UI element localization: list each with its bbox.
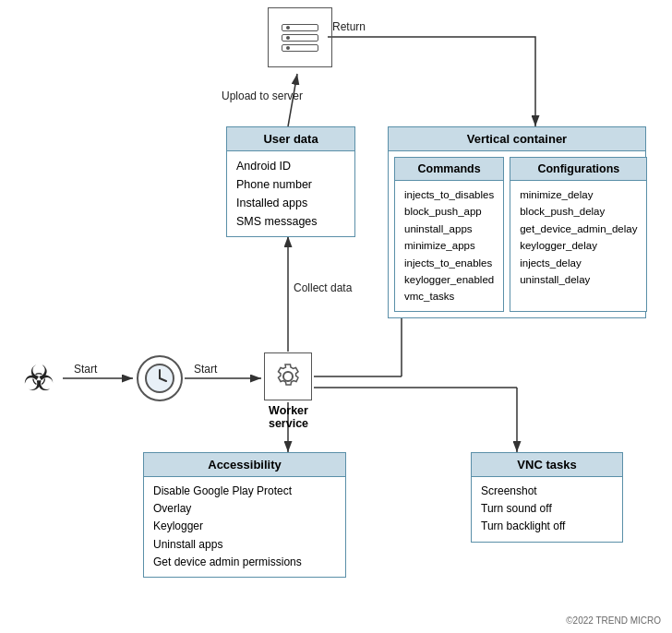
list-item: block_push_app [404,203,494,220]
list-item: Get device admin permissions [153,554,336,571]
list-item: keylogger_delay [520,237,637,254]
list-item: injects_delay [520,255,637,271]
upload-label: Upload to server [222,90,303,102]
list-item: SMS messages [236,212,345,231]
vertical-container-header: Vertical container [389,127,645,151]
commands-box: Commands injects_to_disables block_push_… [394,157,504,312]
list-item: block_push_delay [520,203,637,220]
collect-label: Collect data [294,281,352,294]
user-data-box: User data Android ID Phone number Instal… [226,126,355,237]
configurations-box: Configurations minimize_delay block_push… [510,157,647,312]
user-data-header: User data [227,127,354,151]
commands-content: injects_to_disables block_push_app unins… [395,181,503,311]
return-label: Return [332,20,366,33]
list-item: keylogger_enabled [404,271,494,288]
server-box [268,7,332,67]
accessibility-box: Accessibility Disable Google Play Protec… [143,452,346,578]
vnc-tasks-content: Screenshot Turn sound off Turn backlight… [472,477,622,542]
worker-service-gear [264,352,312,400]
configurations-content: minimize_delay block_push_delay get_devi… [510,181,646,293]
list-item: Keylogger [153,518,336,535]
list-item: uninstall_delay [520,271,637,288]
list-item: get_device_admin_delay [520,221,637,237]
list-item: Screenshot [481,483,613,500]
list-item: Uninstall apps [153,536,336,554]
worker-service-label: Worker service [249,404,328,430]
copyright-text: ©2022 TREND MICRO [566,615,661,626]
list-item: injects_to_disables [404,186,494,203]
start2-label: Start [194,363,217,376]
list-item: Turn backlight off [481,518,613,535]
commands-header: Commands [395,158,503,181]
list-item: Installed apps [236,194,345,212]
start1-label: Start [74,363,97,376]
biohazard-icon: ☣ [23,358,54,399]
list-item: Turn sound off [481,500,613,518]
list-item: Phone number [236,175,345,194]
list-item: Disable Google Play Protect [153,483,336,500]
list-item: Android ID [236,157,345,175]
accessibility-content: Disable Google Play Protect Overlay Keyl… [144,477,345,577]
vnc-tasks-header: VNC tasks [472,453,622,477]
accessibility-header: Accessibility [144,453,345,477]
clock-icon [137,355,183,401]
user-data-content: Android ID Phone number Installed apps S… [227,151,354,236]
list-item: uninstall_apps [404,221,494,237]
list-item: vmc_tasks [404,288,494,305]
vnc-tasks-box: VNC tasks Screenshot Turn sound off Turn… [471,452,623,543]
list-item: Overlay [153,500,336,518]
server-icon [282,24,318,52]
list-item: injects_to_enables [404,255,494,271]
list-item: minimize_delay [520,186,637,203]
diagram: Return Upload to server Collect data Sta… [0,0,672,633]
configurations-header: Configurations [510,158,646,181]
vertical-container-box: Vertical container Commands injects_to_d… [388,126,646,318]
list-item: minimize_apps [404,237,494,254]
